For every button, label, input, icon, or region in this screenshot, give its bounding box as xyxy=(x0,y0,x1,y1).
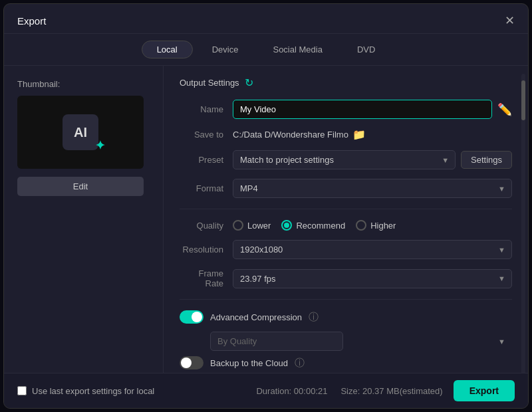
tab-social-media[interactable]: Social Media xyxy=(257,41,337,58)
output-settings-header: Output Settings ↻ xyxy=(180,76,512,89)
divider-2 xyxy=(180,299,512,300)
advanced-compression-help-icon[interactable]: ⓘ xyxy=(309,311,319,324)
quality-lower-radio[interactable] xyxy=(233,220,243,231)
use-last-settings-label: Use last export settings for local xyxy=(32,386,154,396)
scrollbar-thumb[interactable] xyxy=(521,80,525,120)
sparkle-icon: ✦ xyxy=(95,138,105,153)
backup-cloud-row: Backup to the Cloud ⓘ xyxy=(180,356,512,369)
quality-higher-label: Higher xyxy=(370,221,396,231)
scrollbar-track[interactable] xyxy=(521,74,525,378)
frame-rate-select[interactable]: 23.97 fps xyxy=(233,269,512,288)
right-panel: Output Settings ↻ Name ✏️ Save to C:/Dat… xyxy=(164,66,528,400)
left-panel: Thumbnail: ✦ Edit xyxy=(4,66,164,400)
preset-select-wrapper: Match to project settings ▼ xyxy=(233,150,456,169)
duration-info: Duration: 00:00:21 xyxy=(256,386,327,396)
resolution-row: Resolution 1920x1080 ▼ xyxy=(180,240,512,259)
thumbnail-box: ✦ xyxy=(17,96,144,169)
tab-device[interactable]: Device xyxy=(197,41,254,58)
quality-recommend-radio[interactable] xyxy=(281,220,292,231)
preset-label: Preset xyxy=(180,155,233,165)
frame-rate-select-wrapper: 23.97 fps ▼ xyxy=(233,269,512,288)
name-row: Name ✏️ xyxy=(180,100,512,119)
save-to-label: Save to xyxy=(180,130,233,140)
backup-cloud-toggle[interactable] xyxy=(180,356,203,369)
export-button[interactable]: Export xyxy=(454,380,515,401)
ai-name-button[interactable]: ✏️ xyxy=(497,102,512,117)
close-button[interactable]: ✕ xyxy=(505,15,515,27)
frame-rate-row: Frame Rate 23.97 fps ▼ xyxy=(180,268,512,288)
divider-1 xyxy=(180,209,512,209)
quality-higher-radio[interactable] xyxy=(356,220,366,231)
tab-bar: Local Device Social Media DVD xyxy=(4,34,528,66)
export-dialog: Export ✕ Local Device Social Media DVD T… xyxy=(3,3,529,409)
ai-thumbnail-card: ✦ xyxy=(63,114,98,150)
resolution-select[interactable]: 1920x1080 xyxy=(233,240,512,259)
backup-cloud-help-icon[interactable]: ⓘ xyxy=(295,357,305,369)
backup-toggle-knob xyxy=(181,358,192,368)
quality-label: Quality xyxy=(180,221,233,231)
save-to-path: C:/Data D/Wondershare Filmo xyxy=(233,130,348,140)
folder-icon[interactable]: 📁 xyxy=(352,128,366,141)
backup-cloud-label: Backup to the Cloud xyxy=(210,358,288,368)
by-quality-chevron-icon: ▼ xyxy=(498,338,505,346)
name-input[interactable] xyxy=(233,100,492,119)
use-last-settings-checkbox[interactable] xyxy=(17,386,27,395)
quality-higher[interactable]: Higher xyxy=(356,220,396,231)
edit-button[interactable]: Edit xyxy=(17,177,144,196)
preset-row: Preset Match to project settings ▼ Setti… xyxy=(180,150,512,169)
name-label: Name xyxy=(180,104,233,114)
duration-label: Duration: xyxy=(256,386,291,396)
save-to-row: Save to C:/Data D/Wondershare Filmo 📁 xyxy=(180,128,512,141)
quality-lower[interactable]: Lower xyxy=(233,220,271,231)
tab-dvd[interactable]: DVD xyxy=(342,41,390,58)
by-quality-select[interactable]: By Quality xyxy=(210,332,343,351)
by-quality-wrapper: By Quality ▼ xyxy=(210,332,512,351)
size-value: 20.37 MB(estimated) xyxy=(362,386,443,396)
path-row: C:/Data D/Wondershare Filmo 📁 xyxy=(233,128,366,141)
quality-recommend[interactable]: Recommend xyxy=(281,220,345,231)
toggle-knob xyxy=(192,312,202,322)
format-select-wrapper: MP4 ▼ xyxy=(233,179,512,198)
advanced-compression-toggle[interactable] xyxy=(180,310,203,324)
frame-rate-label: Frame Rate xyxy=(180,268,233,288)
quality-row: Quality Lower Recommend Higher xyxy=(180,220,512,231)
thumbnail-label: Thumbnail: xyxy=(17,79,150,89)
advanced-compression-label: Advanced Compression xyxy=(210,312,302,322)
format-select[interactable]: MP4 xyxy=(233,179,512,198)
quality-recommend-label: Recommend xyxy=(296,221,345,231)
settings-button[interactable]: Settings xyxy=(461,151,512,169)
title-bar: Export ✕ xyxy=(4,4,528,34)
use-last-settings-checkbox-wrap[interactable]: Use last export settings for local xyxy=(17,386,154,396)
content-area: Thumbnail: ✦ Edit Output Settings ↻ Name… xyxy=(4,66,528,400)
advanced-compression-row: Advanced Compression ⓘ xyxy=(180,310,512,324)
resolution-label: Resolution xyxy=(180,245,233,255)
dialog-title: Export xyxy=(17,15,46,27)
tab-local[interactable]: Local xyxy=(142,41,193,58)
duration-value: 00:00:21 xyxy=(294,386,328,396)
resolution-select-wrapper: 1920x1080 ▼ xyxy=(233,240,512,259)
size-info: Size: 20.37 MB(estimated) xyxy=(340,386,442,396)
refresh-icon[interactable]: ↻ xyxy=(245,76,253,89)
format-label: Format xyxy=(180,183,233,193)
quality-options: Lower Recommend Higher xyxy=(233,220,396,231)
format-row: Format MP4 ▼ xyxy=(180,179,512,198)
bottom-info: Duration: 00:00:21 Size: 20.37 MB(estima… xyxy=(256,386,442,396)
by-quality-select-wrapper: By Quality ▼ xyxy=(210,332,512,351)
bottom-bar: Use last export settings for local Durat… xyxy=(4,373,528,408)
size-label: Size: xyxy=(340,386,360,396)
preset-select[interactable]: Match to project settings xyxy=(233,150,456,169)
quality-lower-label: Lower xyxy=(247,221,271,231)
output-settings-label: Output Settings xyxy=(180,78,239,88)
